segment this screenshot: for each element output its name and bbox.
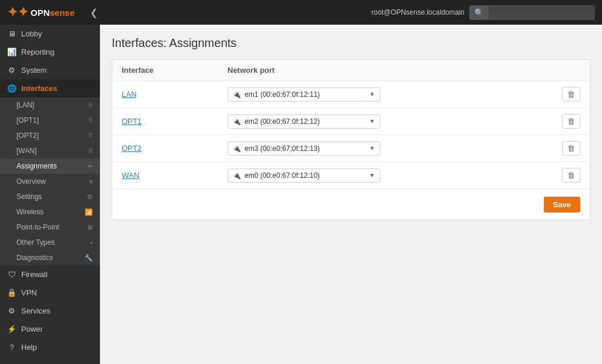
table-row: OPT1 🔌em2 (00:e0:67:0f:12:12) ▼ 🗑 — [112, 108, 590, 135]
sidebar-toggle-button[interactable]: ❮ — [85, 5, 102, 21]
interface-lan-link[interactable]: LAN — [122, 90, 136, 99]
sidebar-item-reporting[interactable]: 📊 Reporting — [0, 43, 100, 61]
wan-icon: ⠿ — [88, 147, 93, 155]
content-area: Interfaces: Assignments Interface Networ… — [100, 25, 602, 364]
power-label: Power — [21, 325, 43, 333]
current-user: root@OPNsense.localdomain — [372, 8, 464, 16]
sidebar-item-lan[interactable]: [LAN] ⠿ — [0, 97, 100, 113]
wan-label: [WAN] — [16, 147, 36, 155]
wireless-label: Wireless — [16, 208, 44, 216]
sidebar-item-other-types[interactable]: Other Types ▪ — [0, 235, 100, 250]
assignments-card: Interface Network port LAN 🔌em1 (00:e0:6… — [112, 59, 590, 220]
sidebar-item-opt2[interactable]: [OPT2] ⠿ — [0, 128, 100, 143]
search-button[interactable]: 🔍 — [470, 6, 489, 19]
dropdown-arrow: ▼ — [369, 145, 375, 151]
ptp-label: Point-to-Point — [16, 223, 59, 231]
diagnostics-icon: 🔧 — [85, 254, 93, 262]
sidebar-item-power[interactable]: ⚡ Power — [0, 320, 100, 338]
lan-label: [LAN] — [16, 101, 34, 109]
logo-icon: ✦✦ — [7, 5, 28, 20]
search-bar: 🔍 — [469, 5, 595, 20]
delete-opt2-button[interactable]: 🗑 — [562, 141, 580, 156]
sidebar-item-wan[interactable]: [WAN] ⠿ — [0, 143, 100, 159]
lan-port-value: em1 (00:e0:67:0f:12:11) — [245, 90, 320, 99]
services-icon: ⚙ — [7, 306, 16, 315]
ptp-icon: 🖥 — [86, 224, 93, 231]
wan-port-value: em0 (00:e0:67:0f:12:10) — [245, 171, 320, 180]
sidebar-item-interfaces-label: Interfaces — [21, 84, 57, 93]
interface-opt2-link[interactable]: OPT2 — [122, 144, 142, 153]
sidebar-item-wireless[interactable]: Wireless 📶 — [0, 204, 100, 220]
interfaces-submenu: [LAN] ⠿ [OPT1] ⠿ [OPT2] ⠿ [WAN] ⠿ Assign… — [0, 97, 100, 265]
sidebar-item-overview[interactable]: Overview ≡ — [0, 174, 100, 189]
wireless-icon: 📶 — [85, 208, 93, 216]
opt2-icon: ⠿ — [88, 132, 93, 140]
interface-wan-link[interactable]: WAN — [122, 171, 139, 180]
help-label: Help — [21, 343, 37, 352]
interface-opt1-link[interactable]: OPT1 — [122, 117, 142, 126]
sidebar-item-firewall[interactable]: 🛡 Firewall — [0, 265, 100, 284]
sidebar-item-settings[interactable]: Settings ⚙ — [0, 189, 100, 204]
other-types-icon: ▪ — [91, 239, 93, 246]
sidebar-item-services[interactable]: ⚙ Services — [0, 302, 100, 320]
page-title: Interfaces: Assignments — [112, 36, 590, 50]
sidebar: 🖥 Lobby 📊 Reporting ⚙ System 🌐 Interface… — [0, 25, 100, 364]
main-layout: 🖥 Lobby 📊 Reporting ⚙ System 🌐 Interface… — [0, 25, 602, 364]
sidebar-item-lobby-label: Lobby — [21, 29, 42, 38]
vpn-label: VPN — [21, 288, 37, 297]
settings-label: Settings — [16, 193, 42, 201]
opt1-port-value: em2 (00:e0:67:0f:12:12) — [245, 117, 320, 126]
topbar: ✦✦ OPNsense ❮ root@OPNsense.localdomain … — [0, 0, 602, 25]
sidebar-item-assignments[interactable]: Assignments ✏ — [0, 159, 100, 174]
col-interface-header: Interface — [122, 66, 228, 75]
opt2-label: [OPT2] — [16, 132, 39, 140]
table-row: WAN 🔌em0 (00:e0:67:0f:12:10) ▼ 🗑 — [112, 162, 590, 189]
overview-icon: ≡ — [89, 178, 93, 185]
firewall-label: Firewall — [21, 270, 48, 279]
firewall-icon: 🛡 — [7, 270, 16, 279]
overview-label: Overview — [16, 177, 46, 186]
delete-lan-button[interactable]: 🗑 — [562, 87, 580, 102]
sidebar-item-opt1[interactable]: [OPT1] ⠿ — [0, 113, 100, 128]
services-label: Services — [21, 306, 51, 315]
save-button[interactable]: Save — [544, 197, 580, 213]
sidebar-item-system[interactable]: ⚙ System — [0, 61, 100, 79]
assignments-icon: ✏ — [88, 163, 93, 170]
sidebar-item-point-to-point[interactable]: Point-to-Point 🖥 — [0, 220, 100, 235]
port-icon: 🔌 — [233, 172, 241, 179]
sidebar-item-system-label: System — [21, 66, 46, 75]
sidebar-item-lobby[interactable]: 🖥 Lobby — [0, 25, 100, 43]
opt1-icon: ⠿ — [88, 117, 93, 124]
topbar-right: root@OPNsense.localdomain 🔍 — [372, 5, 595, 20]
sidebar-item-interfaces[interactable]: 🌐 Interfaces — [0, 79, 100, 97]
wan-port-select[interactable]: 🔌em0 (00:e0:67:0f:12:10) ▼ — [228, 168, 380, 183]
dropdown-arrow: ▼ — [369, 91, 375, 97]
dropdown-arrow: ▼ — [369, 118, 375, 124]
port-icon: 🔌 — [233, 118, 241, 125]
help-icon: ? — [7, 343, 16, 352]
port-icon: 🔌 — [233, 145, 241, 152]
port-icon: 🔌 — [233, 91, 241, 98]
diagnostics-label: Diagnostics — [16, 254, 53, 262]
system-icon: ⚙ — [7, 66, 16, 75]
delete-opt1-button[interactable]: 🗑 — [562, 114, 580, 129]
table-row: LAN 🔌em1 (00:e0:67:0f:12:11) ▼ 🗑 — [112, 81, 590, 108]
power-icon: ⚡ — [7, 325, 16, 333]
search-input[interactable] — [489, 6, 594, 19]
opt2-port-select[interactable]: 🔌em3 (00:e0:67:0f:12:13) ▼ — [228, 141, 380, 156]
opt1-port-select[interactable]: 🔌em2 (00:e0:67:0f:12:12) ▼ — [228, 114, 380, 129]
opt2-port-value: em3 (00:e0:67:0f:12:13) — [245, 144, 320, 153]
sidebar-item-help[interactable]: ? Help — [0, 338, 100, 356]
delete-wan-button[interactable]: 🗑 — [562, 168, 580, 183]
table-row: OPT2 🔌em3 (00:e0:67:0f:12:13) ▼ 🗑 — [112, 135, 590, 162]
table-header: Interface Network port — [112, 60, 590, 81]
reporting-icon: 📊 — [7, 48, 16, 56]
assignments-label: Assignments — [16, 162, 57, 170]
lobby-icon: 🖥 — [7, 29, 16, 38]
sidebar-item-diagnostics[interactable]: Diagnostics 🔧 — [0, 250, 100, 265]
opt1-label: [OPT1] — [16, 116, 39, 124]
lan-port-select[interactable]: 🔌em1 (00:e0:67:0f:12:11) ▼ — [228, 87, 380, 102]
sidebar-item-vpn[interactable]: 🔒 VPN — [0, 284, 100, 302]
logo: ✦✦ OPNsense — [7, 5, 75, 20]
col-network-port-header: Network port — [228, 66, 580, 75]
